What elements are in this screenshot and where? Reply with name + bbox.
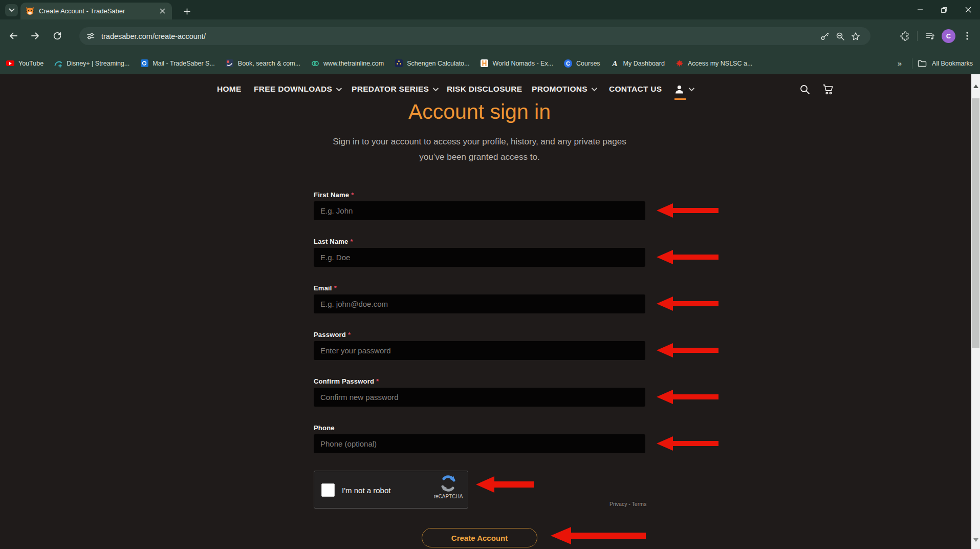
last-name-input[interactable] — [314, 248, 645, 267]
scrollbar-up-arrow[interactable] — [971, 74, 980, 98]
search-icon[interactable] — [799, 81, 810, 97]
bookmark-courses[interactable]: C Courses — [559, 57, 605, 70]
confirm-password-field: Confirm Password* — [314, 377, 645, 407]
world-nomads-icon — [481, 59, 489, 68]
page-scrollbar[interactable] — [971, 74, 980, 549]
phone-input[interactable] — [314, 434, 645, 453]
all-bookmarks-label[interactable]: All Bookmarks — [932, 60, 973, 67]
toolbar-divider — [917, 31, 918, 41]
tab-strip: Create Account - TradeSaber — [0, 0, 980, 19]
outlook-mail-icon — [140, 59, 148, 68]
bookmarks-overflow-chevron[interactable]: » — [892, 59, 907, 68]
dashboard-icon: A — [611, 59, 619, 68]
chevron-down-icon — [433, 86, 439, 91]
profile-avatar[interactable]: C — [942, 29, 955, 43]
extensions-icon[interactable] — [897, 28, 912, 44]
scrollbar-thumb[interactable] — [972, 98, 979, 348]
bookmark-nslsc[interactable]: Access my NSLSC a... — [671, 57, 757, 70]
annotation-arrow-last-name — [657, 250, 718, 264]
chevron-down-icon — [336, 86, 342, 91]
cart-icon[interactable] — [822, 81, 834, 97]
browser-toolbar: tradesaber.com/create-account/ — [0, 19, 980, 52]
browser-tab[interactable]: Create Account - TradeSaber — [20, 3, 172, 19]
new-tab-button[interactable] — [180, 5, 193, 18]
nav-risk-disclosure[interactable]: RISK DISCLOSURE — [447, 81, 522, 97]
bookmark-mail[interactable]: Mail - TradeSaber S... — [136, 57, 220, 70]
nav-predator-series[interactable]: PREDATOR SERIES — [352, 81, 437, 97]
person-icon — [674, 84, 685, 95]
password-key-icon[interactable] — [817, 29, 833, 44]
disney-plus-icon — [54, 59, 62, 68]
bookmark-my-dashboard[interactable]: A My Dashboard — [606, 57, 669, 70]
nav-account-menu[interactable] — [674, 81, 693, 97]
youtube-icon — [6, 59, 14, 68]
browser-window: Create Account - TradeSaber — [0, 0, 980, 549]
recaptcha-widget: I'm not a robot reCAPTCHA — [314, 471, 468, 509]
recaptcha-brand: reCAPTCHA — [429, 494, 468, 499]
recaptcha-label: I'm not a robot — [342, 486, 390, 495]
nav-contact-us[interactable]: CONTACT US — [609, 81, 662, 97]
toolbar-right-group: C — [897, 27, 975, 45]
confirm-password-input[interactable] — [314, 388, 645, 407]
annotation-arrow-first-name — [657, 203, 718, 218]
annotation-arrow-confirm-password — [657, 390, 718, 404]
page-title: Account sign in — [314, 100, 645, 124]
bookmark-youtube[interactable]: YouTube — [2, 57, 48, 70]
active-nav-underline — [674, 98, 686, 100]
first-name-input[interactable] — [314, 201, 645, 220]
nav-home[interactable]: HOME — [217, 81, 242, 97]
bookmarks-right-group: » All Bookmarks — [892, 58, 973, 69]
address-bar[interactable]: tradesaber.com/create-account/ — [79, 27, 870, 45]
tab-title: Create Account - TradeSaber — [39, 7, 154, 15]
bookmarks-bar: YouTube Disney+ | Streaming... Mail - Tr… — [0, 52, 980, 74]
tab-close-icon[interactable] — [158, 7, 167, 16]
minimize-button[interactable] — [908, 0, 932, 19]
bookmark-book-search[interactable]: Book, search & com... — [221, 57, 305, 70]
close-window-button[interactable] — [956, 0, 980, 19]
bookmark-disney-plus[interactable]: Disney+ | Streaming... — [50, 57, 134, 70]
email-input[interactable] — [314, 294, 645, 313]
tab-search-button[interactable] — [5, 4, 18, 16]
page-content: HOME FREE DOWNLOADS PREDATOR SERIES RISK… — [0, 74, 971, 549]
bookmark-star-icon[interactable] — [848, 29, 863, 44]
book-search-icon — [226, 59, 234, 68]
recaptcha-privacy-terms[interactable]: Privacy - Terms — [609, 501, 646, 507]
recaptcha-checkbox[interactable] — [321, 483, 335, 497]
url-text[interactable]: tradesaber.com/create-account/ — [101, 32, 817, 40]
last-name-field: Last Name* — [314, 238, 645, 267]
bookmark-world-nomads[interactable]: World Nomads - Ex... — [476, 57, 558, 70]
courses-icon: C — [564, 59, 572, 68]
scrollbar-down-arrow[interactable] — [971, 535, 980, 545]
forward-button[interactable] — [26, 27, 45, 45]
site-settings-icon[interactable] — [86, 32, 95, 40]
annotation-arrow-create-account — [551, 527, 646, 544]
reload-button[interactable] — [48, 27, 67, 45]
trainline-icon — [311, 59, 319, 68]
nav-free-downloads[interactable]: FREE DOWNLOADS — [254, 81, 340, 97]
first-name-field: First Name* — [314, 191, 645, 220]
chevron-down-icon — [592, 86, 597, 91]
bookmark-trainline[interactable]: www.thetrainline.com — [307, 57, 388, 70]
annotation-arrow-email — [657, 297, 718, 311]
page-subtitle: Sign in to your account to access your p… — [211, 134, 748, 165]
bookmark-schengen-calculator[interactable]: Schengen Calculato... — [390, 57, 474, 70]
annotation-arrow-recaptcha — [476, 476, 534, 493]
restore-button[interactable] — [932, 0, 956, 19]
annotation-arrow-phone — [657, 436, 718, 451]
recaptcha-logo-icon — [440, 475, 456, 492]
create-account-button[interactable]: Create Account — [422, 528, 537, 547]
maple-leaf-icon — [676, 59, 684, 68]
annotation-arrow-password — [657, 343, 718, 357]
menu-kebab-icon[interactable] — [960, 28, 975, 44]
back-button[interactable] — [4, 27, 23, 45]
window-controls — [908, 0, 980, 19]
chevron-down-icon — [9, 8, 15, 12]
chevron-down-icon — [689, 86, 694, 91]
password-input[interactable] — [314, 341, 645, 360]
nav-promotions[interactable]: PROMOTIONS — [532, 81, 596, 97]
zoom-level-icon[interactable] — [833, 29, 848, 44]
password-field: Password* — [314, 331, 645, 360]
tradesaber-favicon — [26, 7, 34, 15]
phone-field: Phone — [314, 424, 645, 453]
media-controls-icon[interactable] — [922, 28, 938, 44]
